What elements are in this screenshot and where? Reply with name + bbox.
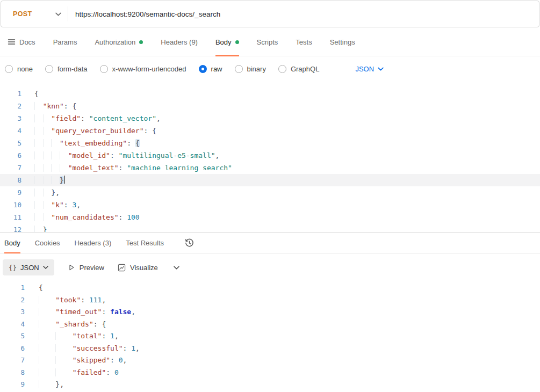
body-type-row: noneform-datax-www-form-urlencodedrawbin… bbox=[0, 56, 540, 82]
code-line-8[interactable]: 8 } bbox=[0, 174, 540, 186]
tab-label: Body bbox=[215, 38, 232, 46]
code-line-4[interactable]: 4 "_shards": { bbox=[0, 318, 540, 331]
raw-language-label: JSON bbox=[355, 65, 374, 73]
body-type-form-data[interactable]: form-data bbox=[45, 65, 88, 73]
tab-label: Params bbox=[53, 38, 77, 46]
chevron-down-icon bbox=[55, 12, 61, 16]
request-body-editor[interactable]: 1{2 "knn": {3 "field": "content_vector",… bbox=[0, 82, 540, 233]
code-line-2[interactable]: 2 "took": 111, bbox=[0, 294, 540, 307]
code-line-6[interactable]: 6 "successful": 1, bbox=[0, 343, 540, 355]
line-number: 11 bbox=[0, 211, 21, 223]
request-tabs: DocsParamsAuthorizationHeaders (9)BodySc… bbox=[0, 28, 540, 56]
tab-test-results[interactable]: Test Results bbox=[126, 233, 164, 253]
tab-label: Authorization bbox=[95, 38, 135, 46]
radio-icon bbox=[235, 65, 243, 73]
code-line-6[interactable]: 6 "model_id": "multilingual-e5-small", bbox=[0, 149, 540, 162]
code-line-5[interactable]: 5 "total": 1, bbox=[0, 330, 540, 343]
visualize-label: Visualize bbox=[130, 264, 158, 272]
line-number: 2 bbox=[0, 100, 21, 112]
line-number: 6 bbox=[0, 343, 25, 355]
tab-label: Tests bbox=[296, 38, 312, 46]
code-line-4[interactable]: 4 "query_vector_builder": { bbox=[0, 125, 540, 137]
tab-scripts[interactable]: Scripts bbox=[257, 28, 278, 56]
code-line-1[interactable]: 1{ bbox=[0, 88, 540, 100]
tab-docs[interactable]: Docs bbox=[8, 28, 35, 56]
api-client-app: POST DocsParamsAuthorizationHeaders (9)B… bbox=[0, 1, 540, 392]
braces-icon: {} bbox=[9, 264, 17, 272]
response-format-selector[interactable]: {} JSON bbox=[3, 259, 54, 275]
preview-button[interactable]: Preview bbox=[68, 264, 104, 272]
play-outline-icon bbox=[68, 264, 75, 271]
line-number: 12 bbox=[0, 223, 21, 233]
tab-params[interactable]: Params bbox=[53, 28, 77, 56]
code-line-8[interactable]: 8 "failed": 0 bbox=[0, 367, 540, 379]
radio-icon bbox=[278, 65, 286, 73]
tab-cookies[interactable]: Cookies bbox=[35, 233, 60, 253]
text-cursor bbox=[64, 176, 66, 184]
code-line-11[interactable]: 11 "num_candidates": 100 bbox=[0, 211, 540, 223]
modified-indicator-dot bbox=[139, 40, 143, 44]
tab-label: Test Results bbox=[126, 239, 164, 247]
tab-label: Headers (9) bbox=[161, 38, 198, 46]
line-number: 5 bbox=[0, 137, 21, 149]
body-type-none[interactable]: none bbox=[5, 65, 33, 73]
response-format-label: JSON bbox=[20, 264, 39, 272]
code-line-9[interactable]: 9 }, bbox=[0, 379, 540, 391]
line-number: 8 bbox=[0, 367, 25, 379]
chevron-down-icon bbox=[378, 67, 384, 71]
tab-body[interactable]: Body bbox=[215, 28, 239, 56]
code-line-10[interactable]: 10 "k": 3, bbox=[0, 199, 540, 211]
response-body-editor[interactable]: 1{2 "took": 111,3 "timed_out": false,4 "… bbox=[0, 281, 540, 391]
line-number: 10 bbox=[0, 199, 21, 211]
body-type-raw[interactable]: raw bbox=[199, 65, 222, 73]
radio-icon bbox=[199, 65, 207, 73]
tab-label: Headers (3) bbox=[75, 239, 112, 247]
code-line-12[interactable]: 12 } bbox=[0, 223, 540, 233]
code-line-3[interactable]: 3 "field": "content_vector", bbox=[0, 112, 540, 125]
tab-label: Settings bbox=[330, 38, 355, 46]
method-selector[interactable]: POST bbox=[1, 1, 68, 27]
visualize-button[interactable]: Visualize bbox=[118, 264, 158, 272]
line-number: 7 bbox=[0, 354, 25, 367]
line-number: 4 bbox=[0, 125, 21, 137]
docs-menu-icon bbox=[8, 38, 16, 46]
body-type-graphql[interactable]: GraphQL bbox=[278, 65, 319, 73]
line-number: 1 bbox=[0, 88, 21, 100]
code-line-3[interactable]: 3 "timed_out": false, bbox=[0, 306, 540, 318]
tab-body[interactable]: Body bbox=[4, 233, 20, 253]
tab-headers-9[interactable]: Headers (9) bbox=[161, 28, 198, 56]
line-number: 3 bbox=[0, 112, 21, 125]
code-line-5[interactable]: 5 "text_embedding": { bbox=[0, 137, 540, 149]
code-line-9[interactable]: 9 }, bbox=[0, 186, 540, 199]
body-type-binary[interactable]: binary bbox=[235, 65, 266, 73]
body-type-x-www-form-urlencoded[interactable]: x-www-form-urlencoded bbox=[100, 65, 186, 73]
chevron-down-icon bbox=[43, 266, 48, 269]
radio-label: binary bbox=[247, 65, 266, 73]
tab-label: Docs bbox=[19, 38, 35, 46]
tab-headers-3[interactable]: Headers (3) bbox=[75, 233, 112, 253]
code-line-2[interactable]: 2 "knn": { bbox=[0, 100, 540, 112]
code-line-1[interactable]: 1{ bbox=[0, 282, 540, 294]
radio-icon bbox=[100, 65, 108, 73]
line-number: 7 bbox=[0, 162, 21, 174]
tab-settings[interactable]: Settings bbox=[330, 28, 355, 56]
modified-indicator-dot bbox=[235, 40, 239, 44]
response-tabs: BodyCookiesHeaders (3)Test Results bbox=[0, 233, 540, 253]
line-number: 9 bbox=[0, 379, 25, 391]
line-number: 1 bbox=[0, 282, 25, 294]
radio-label: GraphQL bbox=[291, 65, 319, 73]
tab-tests[interactable]: Tests bbox=[296, 28, 312, 56]
method-label: POST bbox=[13, 10, 32, 18]
url-input[interactable] bbox=[68, 10, 539, 18]
code-line-7[interactable]: 7 "skipped": 0, bbox=[0, 354, 540, 367]
visualize-dropdown-chevron-icon[interactable] bbox=[171, 264, 182, 272]
preview-label: Preview bbox=[80, 264, 104, 272]
history-icon[interactable] bbox=[182, 235, 197, 250]
code-line-7[interactable]: 7 "model_text": "machine learning search… bbox=[0, 162, 540, 174]
line-number: 6 bbox=[0, 149, 21, 162]
raw-language-selector[interactable]: JSON bbox=[355, 65, 384, 73]
radio-icon bbox=[45, 65, 53, 73]
tab-label: Body bbox=[4, 239, 20, 247]
radio-label: form-data bbox=[57, 65, 88, 73]
tab-authorization[interactable]: Authorization bbox=[95, 28, 143, 56]
